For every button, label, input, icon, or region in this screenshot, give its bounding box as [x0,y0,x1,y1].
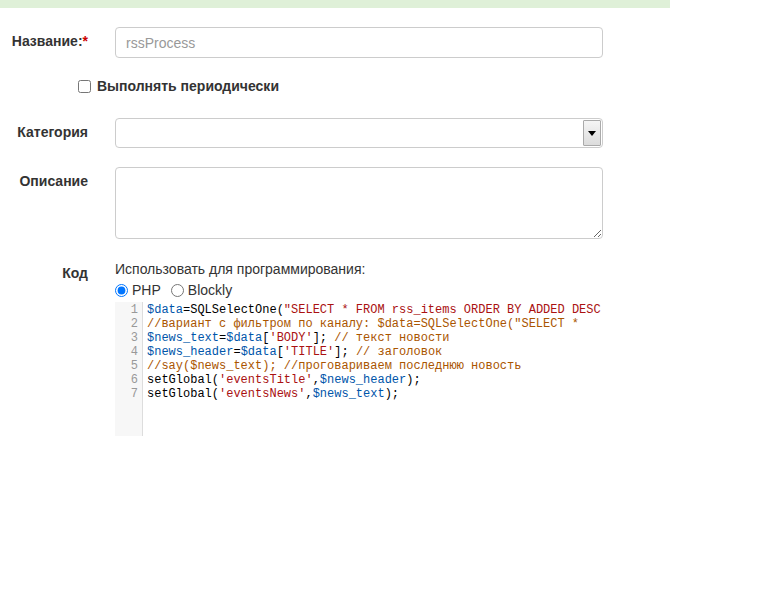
line-number-gutter: 1234567 [115,302,143,436]
periodic-row: Выполнять периодически [0,78,768,94]
periodic-checkbox[interactable] [78,80,91,93]
code-editor[interactable]: 1234567 $data=SQLSelectOne("SELECT * FRO… [115,302,607,436]
code-line: //say($news_text); //проговариваем после… [147,359,607,373]
line-number: 3 [115,331,138,345]
select-dropdown-button[interactable] [583,120,601,146]
description-textarea[interactable] [115,167,603,239]
language-radio-group: PHP Blockly [115,282,607,298]
periodic-checkbox-row: Выполнять периодически [78,78,279,94]
php-radio-label[interactable]: PHP [132,282,161,298]
process-edit-form: Название:* Выполнять периодически Катего… [0,0,768,614]
line-number: 6 [115,373,138,387]
line-number: 2 [115,317,138,331]
form-area: Название:* Выполнять периодически Катего… [0,8,768,436]
name-label-text: Название: [12,33,83,49]
periodic-label[interactable]: Выполнять периодически [97,78,279,94]
code-line: $news_header=$data['TITLE']; // заголово… [147,345,607,359]
category-field-col [115,118,607,148]
name-field-col [115,27,607,58]
code-line: $data=SQLSelectOne("SELECT * FROM rss_it… [147,303,607,317]
top-green-bar [0,0,670,8]
name-row: Название:* [0,27,768,58]
category-label: Категория [0,118,88,140]
code-line: $news_text=$data['BODY']; // текст новос… [147,331,607,345]
chevron-down-icon [588,131,596,136]
code-row: Код Использовать для программирования: P… [0,259,768,436]
code-line: setGlobal('eventsTitle',$news_header); [147,373,607,387]
line-number: 5 [115,359,138,373]
code-content[interactable]: $data=SQLSelectOne("SELECT * FROM rss_it… [143,302,607,436]
name-label: Название:* [0,27,88,49]
required-asterisk: * [83,33,88,49]
code-field-col: Использовать для программирования: PHP B… [115,259,607,436]
blockly-radio-label[interactable]: Blockly [188,282,232,298]
description-field-col [115,167,607,243]
category-select[interactable] [115,118,603,148]
programming-hint: Использовать для программирования: [115,259,607,277]
category-row: Категория [0,118,768,148]
code-line: //вариант с фильтром по каналу: $data=SQ… [147,317,607,331]
line-number: 4 [115,345,138,359]
code-label: Код [0,259,88,281]
blockly-radio[interactable] [171,284,184,297]
name-input[interactable] [115,27,603,58]
line-number: 7 [115,387,138,401]
code-line: setGlobal('eventsNews',$news_text); [147,387,607,401]
description-row: Описание [0,167,768,243]
description-label: Описание [0,167,88,189]
line-number: 1 [115,303,138,317]
php-radio[interactable] [115,284,128,297]
